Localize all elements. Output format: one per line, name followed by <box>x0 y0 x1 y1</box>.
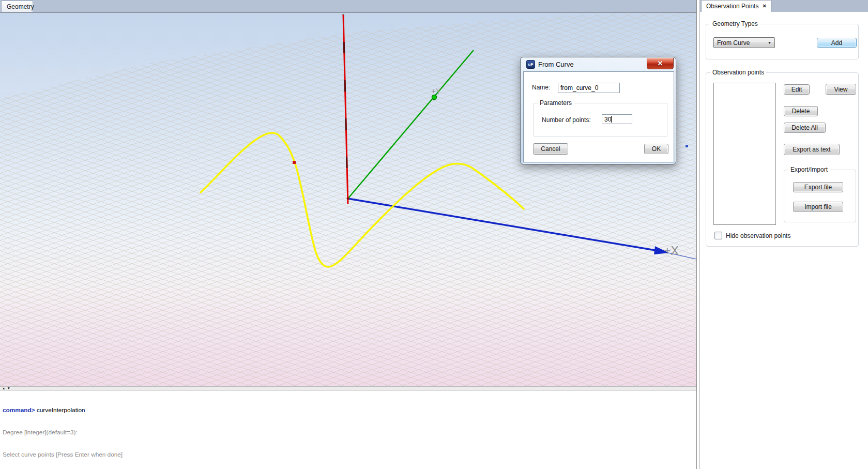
tab-geometry-label: Geometry <box>7 3 34 10</box>
panel-divider[interactable] <box>696 0 699 469</box>
export-as-text-button[interactable]: Export as text <box>784 144 840 155</box>
number-of-points-input[interactable]: 30 <box>602 114 632 124</box>
observation-points-label: Observation points <box>710 69 766 76</box>
dialog-body: Name: Parameters Number of points: 30 Ca… <box>523 71 674 162</box>
x-axis-label: +X <box>664 244 679 258</box>
geometry-types-label: Geometry Types <box>710 20 760 27</box>
origin-point <box>347 198 349 200</box>
close-icon: ✕ <box>658 59 663 67</box>
console-line: Select curve points [Press Enter when do… <box>3 451 694 458</box>
tab-observation-points[interactable]: Observation Points ✕ <box>701 0 772 12</box>
delete-all-button[interactable]: Delete All <box>784 123 826 133</box>
app-icon: uF <box>526 60 535 69</box>
parameters-label: Parameters <box>538 99 574 107</box>
tab-observation-points-label: Observation Points <box>706 3 758 10</box>
main-tabbar: Geometry <box>0 0 696 12</box>
curve-point-marker[interactable] <box>293 161 296 164</box>
add-button[interactable]: Add <box>817 38 857 48</box>
hide-observation-points-checkbox[interactable] <box>714 232 722 239</box>
name-label: Name: <box>532 84 550 91</box>
right-tabbar: Observation Points ✕ <box>700 0 868 12</box>
ok-button[interactable]: OK <box>644 144 668 154</box>
cancel-button[interactable]: Cancel <box>533 143 568 155</box>
dialog-title: From Curve <box>538 60 574 68</box>
console-line: command> curveInterpolation <box>3 406 694 414</box>
view-button[interactable]: View <box>826 84 856 95</box>
observation-points-list[interactable] <box>713 83 776 225</box>
blue-point-marker[interactable] <box>686 145 688 147</box>
splitter-down-icon[interactable]: ▼ <box>7 386 11 390</box>
text-cursor <box>611 116 612 123</box>
y-axis-label: +Y <box>431 86 441 95</box>
from-curve-dialog: uF From Curve ✕ Name: Parameters Number … <box>520 57 676 164</box>
console-splitter[interactable]: ▲▼ <box>0 386 696 390</box>
import-file-button[interactable]: Import file <box>793 202 843 212</box>
geometry-type-selected: From Curve <box>717 39 750 47</box>
hide-observation-points-label: Hide observation points <box>726 232 790 239</box>
geometry-type-select[interactable]: From Curve ▼ <box>713 37 775 48</box>
export-file-button[interactable]: Export file <box>793 182 843 192</box>
tab-close-icon[interactable]: ✕ <box>762 4 766 9</box>
number-of-points-label: Number of points: <box>542 116 591 124</box>
export-import-label: Export/Import <box>788 166 830 173</box>
console-line: Degree [integer](default=3): <box>3 429 694 436</box>
export-import-group: Export/Import <box>784 170 856 222</box>
command-console[interactable]: command> curveInterpolation Degree [inte… <box>0 390 696 469</box>
chevron-down-icon: ▼ <box>768 41 771 44</box>
name-input[interactable] <box>558 83 620 93</box>
delete-button[interactable]: Delete <box>784 106 818 116</box>
observation-points-panel: Geometry Types From Curve ▼ Add Observat… <box>700 12 868 469</box>
edit-button[interactable]: Edit <box>784 84 810 95</box>
y-axis-handle[interactable] <box>432 95 437 100</box>
close-button[interactable]: ✕ <box>647 58 674 69</box>
tab-geometry[interactable]: Geometry <box>1 1 33 12</box>
